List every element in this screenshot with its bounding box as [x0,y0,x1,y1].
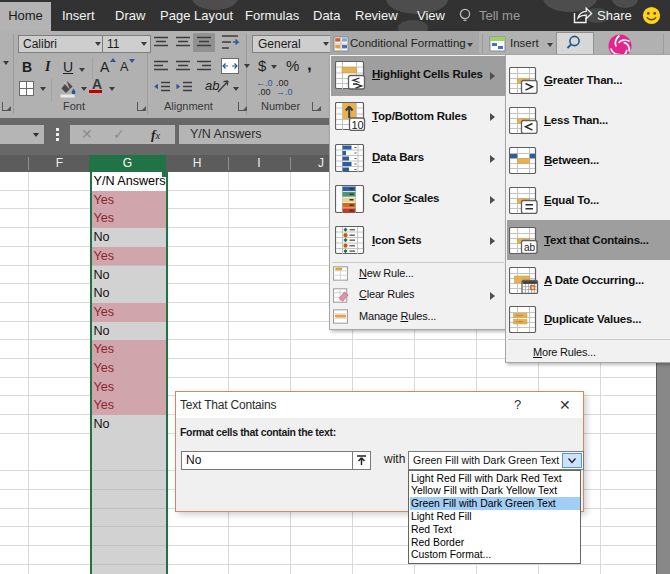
svg-text:10: 10 [352,119,364,131]
svg-text:ab: ab [524,242,536,253]
